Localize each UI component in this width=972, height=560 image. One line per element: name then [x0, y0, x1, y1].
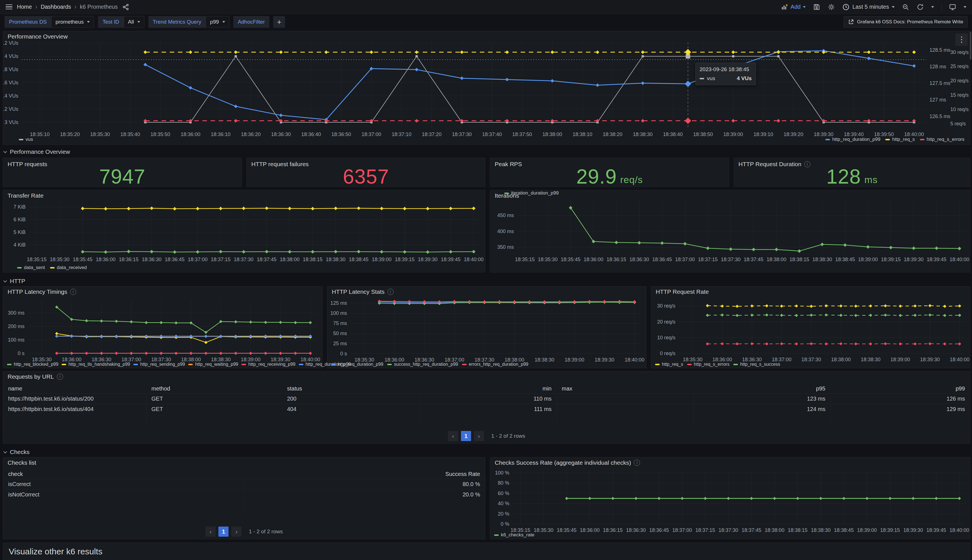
row-header-performance-overview[interactable]: Performance Overview [4, 147, 70, 156]
legend-item-data_sent[interactable]: data_sent [17, 265, 45, 270]
svg-text:18:36:30: 18:36:30 [742, 357, 762, 362]
row-header-http[interactable]: HTTP [4, 277, 25, 286]
svg-text:18:39:40: 18:39:40 [844, 132, 864, 137]
svg-text:6 KiB: 6 KiB [13, 217, 26, 222]
pagination-page-button[interactable]: 1 [218, 527, 229, 537]
legend-item-http_req_s_errors[interactable]: http_req_s_errors [687, 362, 729, 367]
legend-item-iteration_duration_p99[interactable]: iteration_duration_p99 [504, 190, 559, 196]
svg-text:18:38:40: 18:38:40 [663, 132, 683, 137]
pagination-page-button[interactable]: 1 [461, 431, 471, 441]
footer-heading: Visualize other k6 results [9, 547, 964, 556]
http-latency-stats-chart[interactable]: 18:35:3018:36:0018:36:3018:37:0018:37:30… [327, 287, 646, 368]
panel-title[interactable]: Performance Overview [8, 33, 68, 40]
var-value-dropdown[interactable]: prometheus [51, 16, 94, 28]
panel-menu-icon[interactable] [955, 33, 968, 46]
legend-item-k6_checks_rate[interactable]: k6_checks_rate [494, 532, 534, 538]
legend-item-vus[interactable]: vus [19, 137, 33, 142]
panel-title[interactable]: Checks list [8, 459, 36, 466]
save-dashboard-icon[interactable] [813, 3, 820, 11]
menu-icon[interactable] [6, 5, 12, 10]
info-icon[interactable] [57, 373, 63, 380]
legend-label: http_req_waiting_p99 [195, 362, 238, 367]
legend-item-http_req_waiting_p99[interactable]: http_req_waiting_p99 [188, 362, 238, 367]
svg-text:18:37:00: 18:37:00 [188, 257, 207, 262]
stat-value: 29.9 [576, 165, 617, 188]
legend-item-http_req_s[interactable]: http_req_s [655, 362, 683, 367]
svg-text:18:39:00: 18:39:00 [723, 132, 743, 137]
kiosk-monitor-icon[interactable] [949, 3, 956, 11]
refresh-icon[interactable] [917, 3, 924, 11]
legend-label: data_sent [24, 265, 45, 270]
var-label[interactable]: Prometheus DS [5, 16, 51, 28]
add-filter-button[interactable]: + [273, 16, 285, 28]
info-icon[interactable] [70, 289, 76, 295]
svg-text:3.4 VUs: 3.4 VUs [3, 93, 18, 99]
legend-item-http_req_s_errors[interactable]: http_req_s_errors [920, 137, 964, 142]
time-range-picker[interactable]: Last 5 minutes [842, 3, 895, 11]
checks-success-rate-chart[interactable]: 18:35:1518:35:3018:35:4518:36:0018:36:15… [490, 457, 970, 539]
legend-item-http_req_s[interactable]: http_req_s [885, 137, 915, 142]
svg-text:25 ms: 25 ms [333, 341, 347, 346]
svg-text:7 KiB: 7 KiB [13, 204, 26, 210]
panel-title[interactable]: Transfer Rate [8, 192, 43, 199]
svg-text:20 req/s: 20 req/s [950, 78, 969, 83]
adhoc-filter-label[interactable]: AdhocFilter [233, 16, 269, 28]
transfer-rate-chart[interactable]: 18:35:1518:35:3018:35:4518:36:0018:36:15… [3, 190, 485, 272]
settings-gear-icon[interactable] [828, 3, 835, 11]
svg-text:0 s: 0 s [18, 350, 25, 356]
performance-overview-chart[interactable]: 18:35:1018:35:2018:35:3018:35:4018:35:50… [3, 31, 970, 145]
legend-item-errors_http_req_duration_p99[interactable]: errors_http_req_duration_p99 [462, 362, 529, 367]
refresh-interval-caret-icon[interactable] [931, 6, 934, 8]
info-icon[interactable] [634, 460, 640, 466]
svg-text:18:36:00: 18:36:00 [96, 257, 115, 262]
legend-item-success_http_req_duration_p99[interactable]: success_http_req_duration_p99 [387, 362, 458, 367]
row-header-checks[interactable]: Checks [4, 448, 30, 457]
adhoc-filter: AdhocFilter [233, 16, 269, 28]
breadcrumb-dashboards[interactable]: Dashboards [41, 4, 71, 10]
panel-title[interactable]: Requests by URL [8, 373, 54, 380]
svg-text:80 %: 80 % [498, 480, 509, 486]
svg-text:5 KiB: 5 KiB [13, 229, 26, 235]
legend-item-http_req_sending_p99[interactable]: http_req_sending_p99 [134, 362, 185, 367]
svg-text:18:38:15: 18:38:15 [788, 527, 807, 533]
legend-item-data_received[interactable]: data_received [50, 265, 87, 270]
zoom-out-icon[interactable] [902, 3, 909, 11]
legend-label: iteration_duration_p99 [511, 190, 559, 196]
legend-item-http_req_duration_p99[interactable]: http_req_duration_p99 [825, 137, 880, 142]
legend-item-http_req_s_success[interactable]: http_req_s_success [733, 362, 780, 367]
http-latency-timings-chart[interactable]: 18:35:3018:36:0018:36:3018:37:0018:37:30… [3, 287, 322, 368]
svg-text:18:38:50: 18:38:50 [693, 132, 713, 137]
panel-title[interactable]: HTTP Latency Stats [332, 288, 385, 295]
docs-link[interactable]: Grafana k6 OSS Docs: Prometheus Remote W… [844, 16, 967, 28]
pagination-next-button[interactable]: › [474, 431, 484, 441]
legend-item-http_req_duration_p99[interactable]: http_req_duration_p99 [331, 362, 383, 367]
http-request-rate-chart[interactable]: 18:35:3018:36:0018:36:3018:37:0018:37:30… [651, 287, 970, 368]
panel-title[interactable]: HTTP Request Rate [656, 288, 709, 295]
pagination-prev-button[interactable]: ‹ [448, 431, 458, 441]
column-divider [694, 393, 694, 424]
panel-title[interactable]: Checks Success Rate (aggregate individua… [495, 459, 631, 466]
panel-requests-by-url: Requests by URL namemethodstatusminmaxp9… [3, 371, 970, 443]
svg-text:18:36:00: 18:36:00 [181, 132, 200, 137]
breadcrumb-separator-icon: › [75, 3, 77, 11]
info-icon[interactable] [388, 289, 394, 295]
toolbar-more-caret-icon[interactable] [964, 6, 966, 8]
panel-title[interactable]: HTTP Latency Timings [8, 288, 67, 295]
var-value-dropdown[interactable]: p99 [206, 16, 229, 28]
legend-item-http_req_tls_handshaking_p99[interactable]: http_req_tls_handshaking_p99 [62, 362, 130, 367]
legend-item-http_req_receiving_p99[interactable]: http_req_receiving_p99 [241, 362, 295, 367]
chart-legend: http_req_shttp_req_s_errorshttp_req_s_su… [655, 362, 780, 367]
share-icon[interactable] [122, 3, 129, 11]
iterations-chart[interactable]: 18:35:1518:35:3018:35:4518:36:0018:36:15… [490, 190, 970, 272]
pagination-next-button[interactable]: › [231, 527, 241, 537]
var-value-dropdown[interactable]: All [124, 16, 144, 28]
var-label[interactable]: Test ID [98, 16, 124, 28]
pagination-prev-button[interactable]: ‹ [206, 527, 216, 537]
chevron-down-icon [3, 279, 7, 283]
var-label[interactable]: Trend Metrics Query [148, 16, 206, 28]
add-panel-button[interactable]: Add [781, 3, 806, 11]
breadcrumb-home[interactable]: Home [17, 4, 32, 10]
svg-text:18:37:15: 18:37:15 [698, 257, 718, 262]
svg-text:18:37:30: 18:37:30 [452, 132, 472, 137]
legend-item-http_req_blocked_p99[interactable]: http_req_blocked_p99 [7, 362, 58, 367]
